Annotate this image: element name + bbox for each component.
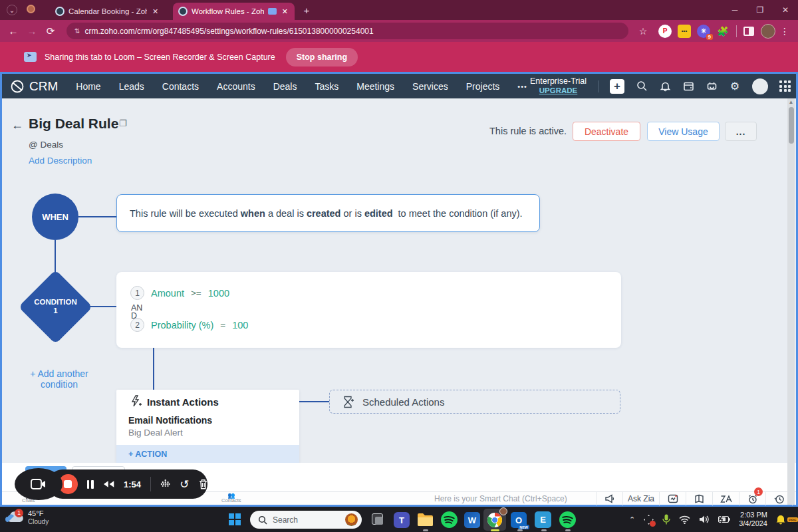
nav-item-tasks[interactable]: Tasks: [315, 81, 338, 92]
feeds-icon[interactable]: [659, 492, 686, 505]
add-another-condition-link[interactable]: + Add another condition: [19, 368, 99, 390]
pinterest-extension-icon[interactable]: P: [658, 25, 672, 38]
new-tab-button[interactable]: +: [301, 5, 312, 15]
scroll-up-arrow[interactable]: ▲: [787, 98, 795, 106]
file-explorer-app-icon[interactable]: [416, 511, 434, 529]
notes-icon[interactable]: [686, 492, 712, 505]
weather-widget[interactable]: 1 45°F Cloudy: [5, 509, 49, 526]
condition-value[interactable]: 1000: [208, 288, 229, 299]
nav-more-icon[interactable]: •••: [517, 82, 527, 90]
nav-item-meetings[interactable]: Meetings: [356, 81, 394, 92]
instant-action-item[interactable]: Big Deal Alert: [128, 428, 183, 438]
search-icon[interactable]: [636, 80, 648, 92]
outlook-app-icon[interactable]: O NEW: [511, 512, 527, 528]
user-avatar[interactable]: [752, 78, 768, 94]
back-arrow-icon[interactable]: ←: [11, 118, 23, 132]
browser-menu-icon[interactable]: ⋮: [775, 26, 794, 37]
nav-item-leads[interactable]: Leads: [119, 81, 144, 92]
restart-recording-icon[interactable]: ↺: [180, 477, 189, 491]
nav-item-accounts[interactable]: Accounts: [217, 81, 255, 92]
window-close-button[interactable]: ✕: [773, 0, 798, 20]
tab-calendar-booking[interactable]: Calendar Booking - Zoho CRM ✕: [50, 3, 168, 20]
upgrade-link[interactable]: UPGRADE: [530, 86, 587, 95]
epson-app-icon[interactable]: E: [535, 511, 551, 528]
ask-zia-button[interactable]: Ask Zia: [622, 492, 659, 505]
crm-logo[interactable]: CRM: [10, 79, 58, 94]
calendar-icon[interactable]: [682, 80, 694, 92]
add-action-link[interactable]: + ACTION: [116, 445, 299, 463]
megaphone-icon[interactable]: [706, 80, 718, 92]
volume-tray-icon[interactable]: [699, 515, 710, 524]
word-app-icon[interactable]: W: [464, 512, 480, 528]
pause-button[interactable]: [87, 480, 94, 489]
nav-item-contacts[interactable]: Contacts: [162, 81, 199, 92]
when-description-box[interactable]: This rule will be executed when a deal i…: [116, 194, 540, 232]
wifi-tray-icon[interactable]: [679, 515, 690, 524]
rewind-icon[interactable]: [103, 480, 114, 488]
settings-gear-icon[interactable]: ⚙: [729, 80, 741, 92]
condition-field[interactable]: Probability (%): [151, 320, 213, 331]
deactivate-button[interactable]: Deactivate: [573, 122, 640, 141]
spotify-app-icon-2[interactable]: [559, 511, 577, 529]
microphone-tray-icon[interactable]: [662, 514, 670, 525]
tab-search-icon[interactable]: ⌄: [7, 5, 17, 15]
dock-item-contacts[interactable]: 👥 Contacts: [221, 493, 241, 503]
nav-item-services[interactable]: Services: [412, 81, 448, 92]
scrollbar-thumb[interactable]: [789, 107, 794, 144]
notification-bell-icon[interactable]: [776, 514, 785, 525]
sync-tray-icon[interactable]: [644, 515, 654, 525]
apps-grid-icon[interactable]: [779, 80, 791, 92]
address-bar[interactable]: ⇅ crm.zoho.com/crm/org847485495/settings…: [66, 23, 628, 39]
nav-item-deals[interactable]: Deals: [273, 81, 297, 92]
zia-icon[interactable]: [712, 492, 739, 505]
quick-create-button[interactable]: +: [610, 79, 624, 94]
chrome-app-active[interactable]: [483, 509, 506, 531]
start-button[interactable]: [229, 513, 241, 525]
nav-item-projects[interactable]: Projects: [466, 81, 500, 92]
smart-chat-placeholder[interactable]: Here is your Smart Chat (Ctrl+Space): [434, 494, 567, 503]
task-view-button[interactable]: [372, 513, 383, 525]
stop-sharing-button[interactable]: Stop sharing: [286, 48, 358, 66]
forward-button[interactable]: →: [23, 25, 41, 37]
announcement-megaphone-icon[interactable]: [596, 492, 622, 505]
notifications-bell-icon[interactable]: [659, 80, 671, 92]
plan-upgrade[interactable]: Enterprise-Trial UPGRADE: [530, 77, 587, 94]
condition-operator[interactable]: =: [220, 320, 225, 330]
tab-close-icon[interactable]: ✕: [281, 7, 289, 16]
when-node[interactable]: WHEN: [32, 194, 78, 240]
view-usage-button[interactable]: View Usage: [647, 122, 720, 141]
tray-expand-icon[interactable]: ⌃: [629, 515, 635, 524]
site-info-icon[interactable]: ⇅: [74, 27, 79, 35]
condition-field[interactable]: Amount: [151, 288, 184, 299]
back-button[interactable]: ←: [4, 25, 23, 37]
taskbar-search[interactable]: Search: [250, 511, 362, 529]
loom-camera-bubble[interactable]: [15, 468, 63, 500]
side-panel-icon[interactable]: [743, 27, 754, 36]
window-restore-button[interactable]: ❐: [747, 0, 773, 20]
browser-profile-avatar[interactable]: [761, 24, 775, 39]
effects-grid-icon[interactable]: [160, 479, 170, 489]
nav-item-home[interactable]: Home: [76, 81, 100, 92]
rename-icon[interactable]: ❐: [119, 118, 127, 128]
battery-tray-icon[interactable]: [718, 515, 730, 523]
condition-operator[interactable]: >=: [191, 288, 201, 298]
teams-app-icon[interactable]: T: [394, 512, 410, 528]
page-scrollbar[interactable]: ▲: [787, 98, 795, 505]
condition-criteria-box[interactable]: 1 Amount >= 1000 AND 2 Probability (%) =…: [116, 272, 621, 348]
delete-recording-icon[interactable]: [199, 479, 207, 489]
tab-workflow-rules[interactable]: Workflow Rules - Zoho CRM ✕: [173, 3, 295, 20]
yellow-extension-icon[interactable]: •••: [678, 25, 691, 38]
spotify-app-icon[interactable]: [440, 511, 458, 529]
reminders-alarm-icon[interactable]: 1: [739, 492, 765, 505]
spinner-extension-icon[interactable]: ✳9: [697, 25, 710, 38]
instant-actions-card[interactable]: Instant Actions Email Notifications Big …: [116, 390, 299, 463]
scheduled-actions-box[interactable]: Scheduled Actions: [329, 390, 620, 414]
window-minimize-button[interactable]: ─: [722, 0, 747, 20]
condition-value[interactable]: 100: [232, 320, 248, 331]
more-options-button[interactable]: ...: [725, 122, 757, 141]
tab-close-icon[interactable]: ✕: [151, 7, 160, 16]
add-description-link[interactable]: Add Description: [29, 156, 92, 166]
taskbar-clock[interactable]: 2:03 PM 3/4/2024: [739, 511, 767, 528]
bookmark-star-icon[interactable]: ☆: [634, 26, 652, 37]
extensions-puzzle-icon[interactable]: 🧩: [716, 25, 730, 38]
